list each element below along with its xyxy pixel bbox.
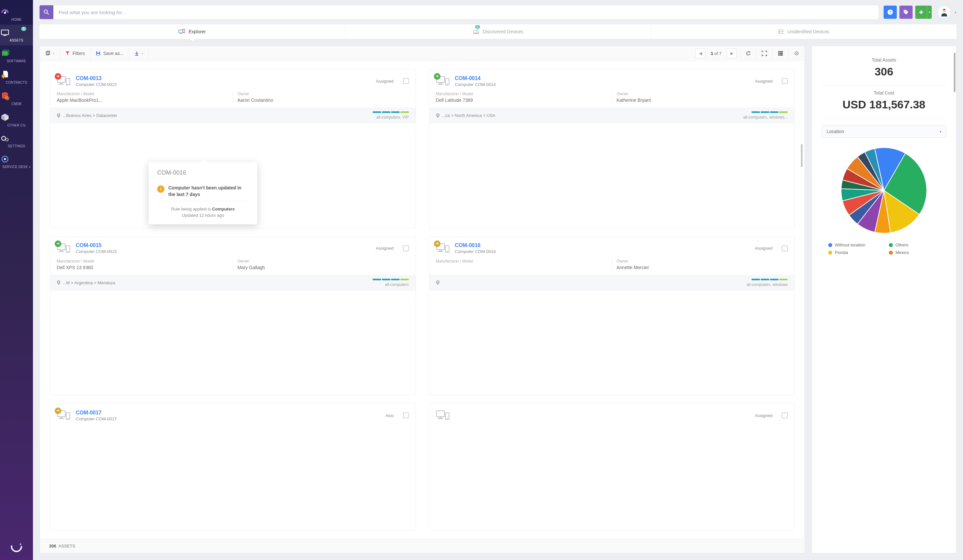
chart-legend: Without locationOthersFloridaMexico — [822, 243, 946, 255]
asset-checkbox[interactable] — [782, 245, 788, 251]
location-select[interactable]: Location ▾ — [822, 125, 946, 138]
sidebar-item-software[interactable]: SOFTWARE — [0, 45, 33, 66]
toolbar-refresh[interactable] — [740, 46, 756, 61]
pin-icon — [436, 113, 440, 118]
pager-next[interactable]: ▶ — [727, 49, 737, 58]
svg-rect-58 — [439, 83, 442, 84]
svg-point-6 — [2, 74, 5, 78]
svg-rect-44 — [780, 51, 783, 52]
tab-badge: 5 — [475, 25, 480, 29]
toolbar-view-menu[interactable]: ▾ — [40, 46, 60, 61]
explorer-icon — [178, 29, 185, 34]
tab-explorer[interactable]: Explorer — [39, 24, 345, 39]
asset-state: Assigned — [755, 246, 773, 251]
meta-value: Apple MacBookPro1... — [57, 97, 228, 103]
sidebar-label: CMDB — [11, 102, 22, 106]
asset-card[interactable]: COM-0014Computer COM-0014AssignedManufac… — [429, 69, 795, 228]
total-cost-label: Total Cost — [822, 90, 946, 95]
select-value: Location — [827, 129, 844, 134]
asset-id-link[interactable]: COM-0015 — [76, 243, 102, 248]
asset-checkbox[interactable] — [782, 413, 788, 418]
asset-id-link[interactable]: COM-0017 — [76, 410, 102, 415]
asset-checkbox[interactable] — [403, 245, 409, 251]
sidebar-item-cmdb[interactable]: CMDB — [0, 87, 33, 109]
svg-line-20 — [47, 13, 49, 15]
asset-checkbox[interactable] — [403, 78, 409, 84]
asset-id-link[interactable]: COM-0016 — [455, 243, 481, 248]
chevron-right-icon: ▸ — [29, 165, 31, 168]
search-button[interactable] — [39, 5, 54, 19]
toolbar-fullscreen[interactable] — [756, 46, 772, 61]
total-assets-value: 306 — [822, 65, 946, 78]
tab-discovered[interactable]: 5 Discovered Devices — [345, 24, 651, 39]
asset-card[interactable]: COM-0017Computer COM-0017Assi — [50, 403, 416, 531]
database-icon — [0, 92, 33, 100]
alert-button[interactable] — [884, 6, 897, 19]
computer-icon — [436, 243, 450, 254]
meta-label: Owner — [616, 92, 788, 96]
sidebar-item-service-desk[interactable]: SERVICE DESK▸ — [0, 151, 33, 172]
legend-dot — [889, 251, 893, 255]
asset-card[interactable]: COM-0016Computer COM-0016AssignedManufac… — [429, 236, 795, 396]
document-icon — [0, 70, 33, 79]
svg-rect-27 — [180, 33, 182, 34]
tag-button[interactable] — [900, 6, 913, 19]
toolbar-settings[interactable] — [789, 46, 804, 61]
svg-point-36 — [778, 32, 780, 34]
topbar: ▾ — [33, 0, 963, 24]
asset-tags: all-computers — [373, 282, 409, 287]
asset-checkbox[interactable] — [782, 78, 788, 84]
svg-rect-23 — [890, 13, 890, 14]
sidebar-item-settings[interactable]: SETTINGS — [0, 130, 33, 151]
avatar-caret-icon[interactable]: ▾ — [955, 11, 957, 14]
expand-icon — [762, 51, 767, 56]
sidebar-logo — [10, 540, 23, 560]
toolbar-filters[interactable]: Filters — [60, 46, 90, 61]
svg-point-10 — [2, 136, 6, 140]
status-dot — [55, 73, 61, 80]
asset-state: Assigned — [755, 79, 773, 84]
toolbar-view-grid[interactable] — [773, 46, 788, 61]
add-button[interactable] — [915, 6, 932, 19]
legend-label: Mexico — [895, 250, 909, 255]
asset-card[interactable]: COM-0015Computer COM-0015AssignedManufac… — [50, 236, 416, 396]
svg-point-73 — [447, 251, 448, 252]
asset-location: ...ca > North America > USA — [436, 113, 496, 118]
sidebar-item-home[interactable]: HOME — [0, 4, 33, 25]
legend-item[interactable]: Florida — [828, 250, 879, 255]
pager-prev[interactable]: ◀ — [696, 49, 705, 58]
svg-rect-3 — [3, 35, 6, 36]
svg-point-16 — [21, 546, 22, 547]
scrollbar[interactable] — [801, 65, 802, 535]
sidebar-label: SOFTWARE — [7, 59, 26, 63]
svg-point-74 — [437, 281, 438, 283]
svg-point-24 — [905, 11, 906, 12]
svg-point-62 — [437, 114, 438, 116]
service-desk-icon — [0, 155, 33, 163]
legend-item[interactable]: Without location — [828, 243, 879, 248]
tab-unidentified[interactable]: Unidentified Devices — [651, 24, 957, 39]
legend-item[interactable]: Mexico — [889, 250, 940, 255]
asset-checkbox[interactable] — [403, 413, 409, 418]
asset-card[interactable]: Assigned — [429, 403, 795, 531]
scrollbar[interactable] — [954, 53, 955, 92]
svg-point-79 — [68, 418, 68, 419]
user-avatar[interactable] — [938, 6, 951, 19]
svg-point-18 — [19, 550, 20, 550]
sidebar-item-contracts[interactable]: CONTRACTS — [0, 66, 33, 87]
toolbar-saveas[interactable]: Save as... — [91, 46, 129, 61]
toolbar-label: Filters — [73, 51, 85, 56]
meta-label: Owner — [238, 259, 409, 264]
asset-id-link[interactable]: COM-0013 — [76, 75, 102, 81]
search-input[interactable] — [54, 5, 878, 19]
legend-dot — [828, 243, 832, 247]
copy-icon — [45, 51, 50, 56]
svg-rect-81 — [439, 418, 442, 418]
legend-item[interactable]: Others — [889, 243, 940, 248]
toolbar-download[interactable]: ▾ — [129, 47, 148, 60]
meta-label: Owner — [238, 92, 409, 96]
asset-id-link[interactable]: COM-0014 — [455, 75, 481, 81]
sidebar-item-other-cis[interactable]: OTHER CIs — [0, 109, 33, 130]
sidebar-item-assets[interactable]: 5 ASSETS — [0, 25, 33, 45]
tab-label: Unidentified Devices — [787, 29, 830, 34]
